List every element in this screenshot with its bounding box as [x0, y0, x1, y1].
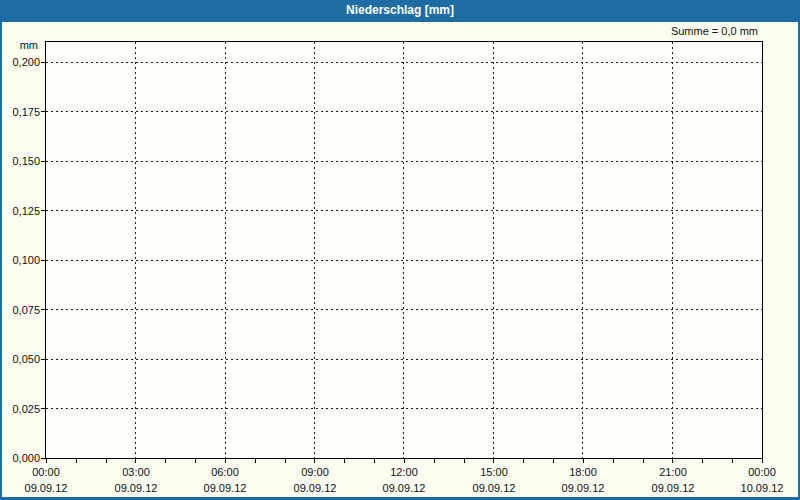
- x-tick-label: 00:00 10.09.12: [730, 466, 794, 494]
- x-tick-label: 18:00 09.09.12: [551, 466, 615, 494]
- y-tick-label: 0,050: [4, 353, 40, 365]
- x-tick-time: 12:00: [372, 466, 436, 478]
- x-tick-time: 15:00: [462, 466, 526, 478]
- x-tick-label: 06:00 09.09.12: [193, 466, 257, 494]
- gridline-horizontal: [46, 161, 762, 162]
- y-tick-label: 0,125: [4, 205, 40, 217]
- gridline-horizontal: [46, 62, 762, 63]
- gridline-vertical: [225, 42, 226, 458]
- x-tick-time: 09:00: [283, 466, 347, 478]
- y-tick-label: 0,000: [4, 452, 40, 464]
- gridline-horizontal: [46, 359, 762, 360]
- x-tick-time: 21:00: [641, 466, 705, 478]
- x-tick-label: 09:00 09.09.12: [283, 466, 347, 494]
- x-tick-label: 21:00 09.09.12: [641, 466, 705, 494]
- x-tick-label: 12:00 09.09.12: [372, 466, 436, 494]
- chart-title-bar: Niederschlag [mm]: [0, 0, 800, 22]
- gridline-horizontal: [46, 260, 762, 261]
- plot-area: [45, 41, 763, 459]
- gridline-horizontal: [46, 309, 762, 310]
- x-tick-date: 09.09.12: [372, 482, 436, 494]
- y-tick-label: 0,025: [4, 403, 40, 415]
- y-tick-label: 0,100: [4, 254, 40, 266]
- gridline-vertical: [135, 42, 136, 458]
- x-tick-date: 09.09.12: [193, 482, 257, 494]
- x-tick-time: 00:00: [730, 466, 794, 478]
- gridline-vertical: [403, 42, 404, 458]
- x-tick-date: 09.09.12: [283, 482, 347, 494]
- chart-title: Niederschlag [mm]: [346, 3, 454, 17]
- gridline-horizontal: [46, 111, 762, 112]
- y-tick-label: 0,175: [4, 106, 40, 118]
- chart-window: Niederschlag [mm] Summe = 0,0 mm mm 0,20…: [0, 0, 800, 500]
- gridline-vertical: [314, 42, 315, 458]
- x-tick-label: 00:00 09.09.12: [14, 466, 78, 494]
- y-axis-unit-label: mm: [2, 39, 38, 51]
- x-tick-date: 10.09.12: [730, 482, 794, 494]
- x-tick-time: 06:00: [193, 466, 257, 478]
- x-tick-time: 18:00: [551, 466, 615, 478]
- x-tick-date: 09.09.12: [14, 482, 78, 494]
- x-tick-label: 15:00 09.09.12: [462, 466, 526, 494]
- gridline-vertical: [493, 42, 494, 458]
- x-tick-date: 09.09.12: [641, 482, 705, 494]
- y-tick-label: 0,150: [4, 155, 40, 167]
- gridline-horizontal: [46, 210, 762, 211]
- gridline-vertical: [582, 42, 583, 458]
- x-axis-minor-ticks: [46, 459, 763, 463]
- y-axis-ticks: [41, 62, 45, 460]
- x-tick-date: 09.09.12: [462, 482, 526, 494]
- y-tick-label: 0,200: [4, 56, 40, 68]
- x-tick-date: 09.09.12: [104, 482, 168, 494]
- gridline-vertical: [672, 42, 673, 458]
- x-tick-date: 09.09.12: [551, 482, 615, 494]
- x-tick-label: 03:00 09.09.12: [104, 466, 168, 494]
- sum-annotation: Summe = 0,0 mm: [671, 25, 758, 37]
- y-tick-label: 0,075: [4, 304, 40, 316]
- gridline-horizontal: [46, 408, 762, 409]
- x-tick-time: 00:00: [14, 466, 78, 478]
- x-tick-time: 03:00: [104, 466, 168, 478]
